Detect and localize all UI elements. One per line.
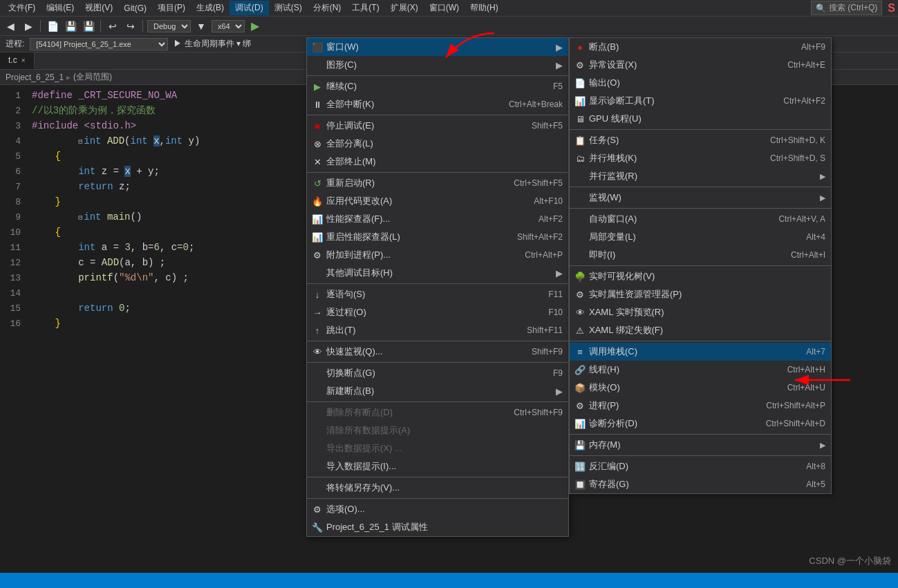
menu-item-build[interactable]: 生成(B)	[191, 1, 230, 15]
separator-1	[307, 75, 568, 76]
search-bar[interactable]: 🔍 搜索 (Ctrl+Q)	[811, 1, 882, 15]
wsub-callstack[interactable]: ≡ 调用堆栈(C) Alt+7	[570, 343, 831, 361]
wsub-registers[interactable]: 🔲 寄存器(G) Alt+5	[570, 475, 831, 493]
new-file-button[interactable]: 📄	[45, 19, 60, 34]
wsub-registers-shortcut: Alt+5	[806, 480, 825, 489]
debug-menu-window[interactable]: ⬛ 窗口(W) ▶	[307, 38, 568, 56]
separator2	[100, 20, 101, 32]
menu-item-debug[interactable]: 调试(D)	[230, 1, 269, 15]
tab-t-c[interactable]: t.c ×	[0, 53, 35, 69]
debug-menu-importtips[interactable]: 导入数据提示(I)...	[307, 457, 568, 475]
debug-menu-othertargets[interactable]: 其他调试目标(H) ▶	[307, 264, 568, 282]
redo-button[interactable]: ↪	[123, 19, 138, 34]
debug-config-select[interactable]: Debug	[147, 20, 191, 32]
undo-button[interactable]: ↩	[105, 19, 120, 34]
menu-item-window[interactable]: 窗口(W)	[424, 1, 465, 15]
debug-menu-terminate-label: 全部终止(M)	[326, 155, 376, 168]
wsub-parallelwatch[interactable]: 并行监视(R) ▶	[570, 167, 831, 185]
debug-menu-breakall[interactable]: ⏸ 全部中断(K) Ctrl+Alt+Break	[307, 95, 568, 113]
wsub-diagnostics[interactable]: 📊 显示诊断工具(T) Ctrl+Alt+F2	[570, 92, 831, 110]
debug-menu-stepinto[interactable]: ↓ 逐语句(S) F11	[307, 285, 568, 303]
debug-menu-attach[interactable]: ⚙ 附加到进程(P)... Ctrl+Alt+P	[307, 246, 568, 264]
wsub-liveprops[interactable]: ⚙ 实时属性资源管理器(P)	[570, 285, 831, 303]
debug-menu-togglebp[interactable]: 切换断点(G) F9	[307, 364, 568, 382]
forward-button[interactable]: ▶	[21, 19, 36, 34]
wsub-output[interactable]: 📄 输出(O)	[570, 74, 831, 92]
stepinto-shortcut: F11	[548, 290, 563, 299]
debug-menu-exporttips[interactable]: 导出数据提示(X) ...	[307, 439, 568, 457]
wsub-autowindow[interactable]: 自动窗口(A) Ctrl+Alt+V, A	[570, 210, 831, 228]
wsub-disassembly[interactable]: 🔢 反汇编(D) Alt+8	[570, 457, 831, 475]
menu-item-file[interactable]: 文件(F)	[3, 1, 41, 15]
menu-item-view[interactable]: 视图(V)	[79, 1, 118, 15]
wsub-watch[interactable]: 监视(W) ▶	[570, 189, 831, 207]
menu-item-tools[interactable]: 工具(T)	[346, 1, 384, 15]
menu-item-analyze[interactable]: 分析(N)	[308, 1, 347, 15]
wsub-memory[interactable]: 💾 内存(M) ▶	[570, 436, 831, 454]
process-select[interactable]: [54104] Project_6_25_1.exe	[30, 38, 168, 50]
platform-select[interactable]: x64	[212, 20, 245, 32]
debug-menu-othertargets-label: 其他调试目标(H)	[326, 267, 393, 279]
wsub-sep-4	[570, 265, 831, 266]
debug-menu-quickwatch[interactable]: 👁 快速监视(Q)... Shift+F9	[307, 343, 568, 361]
wsub-breakpoints[interactable]: ● 断点(B) Alt+F9	[570, 38, 831, 56]
wsub-processes[interactable]: ⚙ 进程(P) Ctrl+Shift+Alt+P	[570, 397, 831, 415]
wsub-modules[interactable]: 📦 模块(O) Ctrl+Alt+U	[570, 379, 831, 397]
menu-item-git[interactable]: Git(G)	[118, 2, 152, 15]
separator-8	[307, 477, 568, 477]
debug-menu-stepout[interactable]: ↑ 跳出(T) Shift+F11	[307, 321, 568, 339]
wsub-threads[interactable]: 🔗 线程(H) Ctrl+Alt+H	[570, 361, 831, 379]
tab-close-button[interactable]: ×	[21, 57, 26, 64]
debug-menu-stop[interactable]: ■ 停止调试(E) Shift+F5	[307, 117, 568, 135]
wsub-parallelstacks[interactable]: 🗂 并行堆栈(K) Ctrl+Shift+D, S	[570, 149, 831, 167]
wsub-locals[interactable]: 局部变量(L) Alt+4	[570, 228, 831, 246]
continue-icon: ▶	[311, 82, 324, 92]
restartperf-shortcut: Shift+Alt+F2	[517, 232, 563, 242]
separator3	[142, 20, 143, 32]
debug-menu-perf[interactable]: 📊 性能探查器(F)... Alt+F2	[307, 210, 568, 228]
debug-menu-continue[interactable]: ▶ 继续(C) F5	[307, 77, 568, 95]
debug-menu-options[interactable]: ⚙ 选项(O)...	[307, 500, 568, 518]
wsub-xamlpreview[interactable]: 👁 XAML 实时预览(R)	[570, 303, 831, 321]
debug-menu-deleteallbp[interactable]: 删除所有断点(D) Ctrl+Shift+F9	[307, 404, 568, 421]
wsub-diaganalysis[interactable]: 📊 诊断分析(D) Ctrl+Shift+Alt+D	[570, 415, 831, 433]
save-all-button[interactable]: 💾	[81, 19, 96, 34]
menu-item-project[interactable]: 项目(P)	[152, 1, 191, 15]
wsub-diaganalysis-label: 诊断分析(D)	[589, 417, 637, 430]
debug-menu-projprops[interactable]: 🔧 Project_6_25_1 调试属性	[307, 518, 568, 536]
menu-item-test[interactable]: 测试(S)	[269, 1, 308, 15]
debug-menu-detach[interactable]: ⊗ 全部分离(L)	[307, 135, 568, 153]
debug-menu-applycode-label: 应用代码更改(A)	[326, 195, 392, 207]
menu-item-extensions[interactable]: 扩展(X)	[385, 1, 424, 15]
wsub-immediate[interactable]: 即时(I) Ctrl+Alt+I	[570, 246, 831, 264]
debug-menu-quickwatch-label: 快速监视(Q)...	[326, 345, 383, 358]
wsub-gputhreads[interactable]: 🖥 GPU 线程(U)	[570, 110, 831, 128]
config-dropdown-button[interactable]: ▼	[194, 19, 209, 34]
wsub-watch-arrow: ▶	[820, 193, 825, 202]
wsub-livevisualtree[interactable]: 🌳 实时可视化树(V)	[570, 267, 831, 285]
debug-menu-applycode[interactable]: 🔥 应用代码更改(A) Alt+F10	[307, 192, 568, 210]
status-bar	[0, 573, 898, 588]
wsub-tasks[interactable]: 📋 任务(S) Ctrl+Shift+D, K	[570, 131, 831, 149]
debug-menu-restartperf[interactable]: 📊 重启性能探查器(L) Shift+Alt+F2	[307, 228, 568, 246]
debug-menu-stepover[interactable]: → 逐过程(O) F10	[307, 303, 568, 321]
wsub-xamlbinding[interactable]: ⚠ XAML 绑定失败(F)	[570, 321, 831, 339]
start-debug-button[interactable]: ▶	[247, 19, 263, 34]
save-button[interactable]: 💾	[63, 19, 78, 34]
wsub-sep-5	[570, 341, 831, 341]
back-button[interactable]: ◀	[3, 19, 18, 34]
debug-menu-clearalltips[interactable]: 清除所有数据提示(A)	[307, 421, 568, 439]
debug-menu-restart[interactable]: ↺ 重新启动(R) Ctrl+Shift+F5	[307, 174, 568, 192]
tab-label: t.c	[8, 55, 17, 65]
menu-item-edit[interactable]: 编辑(E)	[41, 1, 79, 15]
wsub-tasks-label: 任务(S)	[589, 134, 619, 146]
debug-menu-graphics[interactable]: 图形(C) ▶	[307, 56, 568, 74]
output-icon: 📄	[574, 78, 586, 88]
wsub-exceptions[interactable]: ⚙ 异常设置(X) Ctrl+Alt+E	[570, 56, 831, 74]
threads-icon: 🔗	[574, 365, 586, 375]
wsub-watch-label: 监视(W)	[589, 191, 621, 204]
debug-menu-newbp[interactable]: 新建断点(B) ▶	[307, 382, 568, 400]
debug-menu-savedump[interactable]: 将转储另存为(V)...	[307, 479, 568, 497]
menu-item-help[interactable]: 帮助(H)	[465, 1, 504, 15]
debug-menu-terminate[interactable]: ✕ 全部终止(M)	[307, 153, 568, 171]
